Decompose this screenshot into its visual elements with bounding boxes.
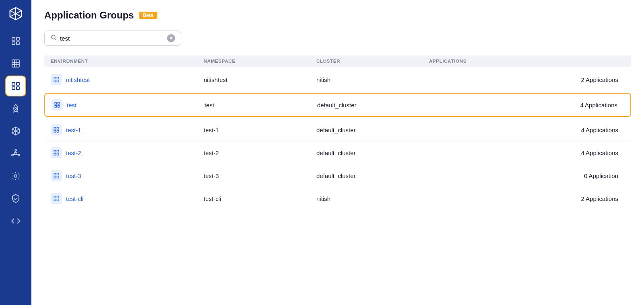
svg-rect-46 <box>54 199 56 201</box>
env-cell: test-cli <box>51 193 204 204</box>
svg-rect-25 <box>57 77 59 79</box>
svg-rect-3 <box>17 42 19 45</box>
table-row[interactable]: test-2 test-2 default_cluster 4 Applicat… <box>44 141 631 164</box>
env-icon <box>51 74 62 85</box>
svg-rect-36 <box>54 150 56 152</box>
env-name[interactable]: test-2 <box>66 149 81 156</box>
applications-cell: 4 Applications <box>430 102 624 108</box>
sidebar-item-network[interactable] <box>5 143 26 164</box>
svg-rect-29 <box>58 102 60 104</box>
table-body: nitishtest nitishtest nitish 2 Applicati… <box>44 68 631 210</box>
namespace-cell: test-2 <box>204 149 316 156</box>
svg-rect-33 <box>57 127 59 129</box>
col-header-applications: APPLICATIONS <box>429 59 625 63</box>
sidebar-item-deploy[interactable] <box>5 98 26 119</box>
app-groups-table: ENVIRONMENT NAMESPACE CLUSTER APPLICATIO… <box>44 55 631 210</box>
svg-rect-1 <box>17 37 19 40</box>
svg-rect-42 <box>54 176 56 178</box>
svg-rect-47 <box>57 199 59 201</box>
cluster-cell: nitish <box>316 76 429 83</box>
svg-rect-34 <box>54 130 56 132</box>
svg-point-14 <box>14 152 17 155</box>
svg-point-13 <box>15 108 17 109</box>
env-icon <box>51 170 62 181</box>
sidebar <box>0 0 31 305</box>
env-cell: nitishtest <box>51 74 204 85</box>
sidebar-item-settings[interactable] <box>5 166 26 186</box>
logo[interactable] <box>7 5 25 23</box>
svg-rect-35 <box>57 130 59 132</box>
svg-rect-4 <box>12 60 19 67</box>
sidebar-item-security[interactable] <box>5 188 26 209</box>
env-cell: test <box>52 99 204 111</box>
env-name[interactable]: test-1 <box>66 127 81 133</box>
svg-rect-32 <box>54 127 56 129</box>
cluster-cell: default_cluster <box>316 127 429 133</box>
cluster-cell: nitish <box>316 195 429 202</box>
clear-search-icon[interactable]: ✕ <box>167 34 175 42</box>
svg-rect-41 <box>57 173 59 175</box>
main-content: Application Groups Beta ✕ ENVIRONMENT NA… <box>31 0 644 305</box>
svg-rect-37 <box>57 150 59 152</box>
svg-point-15 <box>15 149 17 151</box>
table-row[interactable]: test test default_cluster 4 Applications <box>44 93 631 117</box>
svg-rect-45 <box>57 196 59 198</box>
applications-cell: 4 Applications <box>429 149 625 156</box>
svg-rect-12 <box>17 87 19 90</box>
env-name[interactable]: nitishtest <box>66 76 90 83</box>
env-cell: test-3 <box>51 170 204 181</box>
svg-rect-43 <box>57 176 59 178</box>
svg-rect-31 <box>58 105 60 107</box>
search-input[interactable] <box>60 35 167 42</box>
search-icon <box>50 34 57 42</box>
env-icon <box>52 99 63 111</box>
sidebar-item-app-groups[interactable] <box>5 76 26 96</box>
cluster-cell: default_cluster <box>316 172 429 179</box>
env-name[interactable]: test-3 <box>66 172 81 179</box>
namespace-cell: test <box>204 102 317 108</box>
search-bar[interactable]: ✕ <box>44 31 181 46</box>
env-name[interactable]: test <box>67 102 76 108</box>
col-header-cluster: CLUSTER <box>316 59 429 63</box>
svg-line-23 <box>55 39 56 40</box>
page-header: Application Groups Beta <box>44 10 631 21</box>
env-icon <box>51 193 62 204</box>
svg-point-22 <box>52 35 55 39</box>
sidebar-item-table[interactable] <box>5 53 26 74</box>
table-row[interactable]: test-cli test-cli nitish 2 Applications <box>44 187 631 210</box>
svg-rect-27 <box>57 80 59 82</box>
env-cell: test-2 <box>51 147 204 158</box>
svg-rect-28 <box>55 102 57 104</box>
col-header-namespace: NAMESPACE <box>204 59 316 63</box>
svg-line-20 <box>13 154 14 155</box>
sidebar-item-dashboard[interactable] <box>5 31 26 51</box>
namespace-cell: nitishtest <box>204 76 316 83</box>
applications-cell: 2 Applications <box>429 195 625 202</box>
svg-point-21 <box>14 175 17 177</box>
sidebar-item-code[interactable] <box>5 211 26 231</box>
cluster-cell: default_cluster <box>316 149 429 156</box>
env-icon <box>51 124 62 135</box>
namespace-cell: test-3 <box>204 172 316 179</box>
svg-rect-11 <box>12 87 15 90</box>
svg-rect-9 <box>12 82 15 85</box>
table-header: ENVIRONMENT NAMESPACE CLUSTER APPLICATIO… <box>44 55 631 67</box>
sidebar-item-cube[interactable] <box>5 121 26 141</box>
env-cell: test-1 <box>51 124 204 135</box>
cluster-cell: default_cluster <box>317 102 430 108</box>
table-row[interactable]: nitishtest nitishtest nitish 2 Applicati… <box>44 68 631 91</box>
svg-rect-39 <box>57 153 59 155</box>
svg-rect-0 <box>12 37 15 40</box>
applications-cell: 4 Applications <box>429 127 625 133</box>
svg-line-19 <box>17 154 19 155</box>
table-row[interactable]: test-1 test-1 default_cluster 4 Applicat… <box>44 119 631 141</box>
beta-badge: Beta <box>139 12 157 19</box>
svg-rect-2 <box>12 42 15 45</box>
svg-rect-10 <box>17 82 19 85</box>
svg-rect-30 <box>55 105 57 107</box>
svg-rect-44 <box>54 196 56 198</box>
env-name[interactable]: test-cli <box>66 195 83 202</box>
namespace-cell: test-cli <box>204 195 316 202</box>
table-row[interactable]: test-3 test-3 default_cluster 0 Applicat… <box>44 164 631 187</box>
page-title: Application Groups <box>44 10 134 21</box>
